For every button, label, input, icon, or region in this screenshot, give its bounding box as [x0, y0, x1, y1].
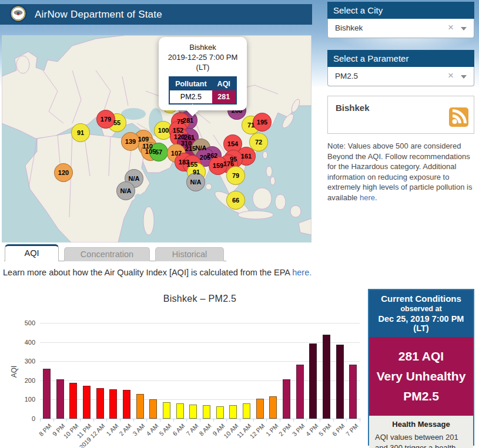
- chart-bar[interactable]: [336, 345, 344, 419]
- map-marker-label: 100: [158, 127, 169, 134]
- x-axis-tick: [306, 419, 307, 422]
- map-marker-label: 66: [232, 197, 239, 204]
- tab-historical[interactable]: Historical: [155, 247, 224, 261]
- cc-health-header: Health Message: [375, 420, 467, 429]
- chart-bar[interactable]: [296, 365, 304, 419]
- x-axis-tick: [320, 419, 320, 422]
- city-select-panel: Select a City Bishkek ×: [327, 2, 474, 38]
- map-marker-label: N/A: [129, 175, 140, 182]
- airnow-page: AirNow Department of State: [0, 0, 479, 448]
- chart-bar[interactable]: [349, 365, 357, 419]
- parameter-caret-icon[interactable]: [461, 75, 467, 79]
- map-marker-label: 120: [58, 169, 69, 176]
- rss-city-label: Bishkek: [336, 103, 370, 113]
- map-marker-label: 159: [213, 162, 223, 169]
- aqi-world-map[interactable]: 551799110010913911010557120N/AN/A2082817…: [2, 35, 311, 242]
- chart-bar[interactable]: [83, 386, 91, 419]
- map-marker-label: 176: [223, 160, 234, 167]
- chart-bar[interactable]: [283, 379, 290, 419]
- dos-seal-icon: [9, 5, 27, 25]
- chart-bar[interactable]: [43, 369, 51, 419]
- chart-bar[interactable]: [176, 403, 184, 419]
- chart-bar[interactable]: [136, 394, 144, 419]
- x-axis-tick: [360, 419, 360, 422]
- learn-more-here-link[interactable]: here.: [292, 268, 311, 277]
- chart-bar[interactable]: [109, 389, 117, 419]
- note-period: .: [375, 193, 377, 202]
- x-axis-tick: [53, 419, 54, 422]
- map-marker-label: 91: [193, 169, 200, 176]
- chart-bar[interactable]: [269, 396, 277, 419]
- city-select-value: Bishkek: [335, 23, 363, 32]
- popup-table: Pollutant AQI PM2.5 281: [169, 76, 237, 105]
- map-marker-label: 179: [101, 116, 111, 123]
- city-clear-icon[interactable]: ×: [448, 22, 454, 33]
- parameter-select-dropdown[interactable]: PM2.5 ×: [327, 67, 474, 86]
- parameter-select-panel: Select a Parameter PM2.5 ×: [327, 50, 474, 86]
- app-title: AirNow Department of State: [35, 9, 162, 21]
- x-axis-line: [40, 419, 361, 419]
- x-axis-tick: [106, 419, 107, 422]
- rss-icon[interactable]: [449, 107, 468, 129]
- chart-bar[interactable]: [149, 399, 157, 419]
- popup-city: Bishkek: [162, 42, 243, 52]
- note-here-link[interactable]: here: [360, 193, 375, 202]
- x-axis-tick: [333, 419, 334, 422]
- y-axis-tick-label: 200: [12, 377, 35, 384]
- x-axis-tick: [80, 419, 81, 422]
- chart-bar[interactable]: [163, 402, 170, 419]
- x-axis-tick: [133, 419, 134, 422]
- chart-bar[interactable]: [216, 406, 224, 419]
- chart-bar[interactable]: [96, 388, 104, 419]
- chart-bar[interactable]: [123, 390, 130, 419]
- current-conditions-header: Current Conditions observed at Dec 25, 2…: [369, 290, 473, 337]
- x-axis-tick: [173, 419, 174, 422]
- chart-bar[interactable]: [229, 405, 237, 419]
- map-marker-label: 72: [255, 139, 262, 146]
- popup-pollutant-value: PM2.5: [169, 90, 212, 104]
- parameter-clear-icon[interactable]: ×: [448, 70, 454, 82]
- x-axis-tick: [213, 419, 214, 422]
- x-axis-tick: [200, 419, 200, 422]
- x-axis-tick: [66, 419, 67, 422]
- map-marker-label: 55: [113, 119, 120, 126]
- tab-aqi[interactable]: AQI: [5, 244, 59, 261]
- y-axis-tick-label: 400: [12, 339, 35, 346]
- x-axis-tick: [160, 419, 160, 422]
- cc-datetime: Dec 25, 2019 7:00 PM (LT): [370, 314, 472, 333]
- map-marker-label: 107: [171, 150, 182, 157]
- x-axis-tick: [346, 419, 347, 422]
- chart-bar[interactable]: [189, 405, 197, 419]
- map-marker-label: 205: [200, 154, 210, 161]
- map-marker-label: N/A: [196, 144, 207, 151]
- parameter-panel-title: Select a Parameter: [327, 50, 474, 67]
- map-marker-label: 75: [177, 118, 184, 125]
- map-marker-label: 195: [257, 119, 267, 126]
- aqi-bar-chart: Bishkek – PM2.5 AQI 01002003004005008 PM…: [0, 287, 366, 448]
- city-select-dropdown[interactable]: Bishkek ×: [327, 19, 474, 38]
- chart-title: Bishkek – PM2.5: [35, 294, 364, 304]
- city-caret-icon[interactable]: [461, 27, 467, 31]
- popup-col-pollutant: Pollutant: [169, 77, 212, 90]
- map-marker-label: N/A: [190, 178, 202, 186]
- chart-bar[interactable]: [243, 403, 250, 419]
- chart-bar[interactable]: [323, 335, 330, 419]
- chart-bar[interactable]: [203, 405, 210, 419]
- chart-bar[interactable]: [69, 383, 77, 419]
- map-popup[interactable]: Bishkek 2019-12-25 7:00 PM (LT) Pollutan…: [159, 37, 247, 110]
- x-axis-tick: [40, 419, 41, 422]
- chart-bar[interactable]: [256, 399, 264, 419]
- x-axis-tick: [266, 419, 267, 422]
- cc-aqi-category: Very Unhealthy: [371, 366, 471, 386]
- chart-bar[interactable]: [309, 343, 317, 419]
- rss-feed-box: Bishkek: [327, 96, 474, 134]
- parameter-select-value: PM2.5: [335, 72, 358, 80]
- popup-col-aqi: AQI: [212, 77, 236, 90]
- popup-aqi-value: 281: [212, 90, 236, 104]
- map-marker-label: N/A: [120, 187, 132, 194]
- y-axis-tick-label: 100: [12, 396, 35, 403]
- map-marker-label: 161: [241, 153, 252, 160]
- chart-bar[interactable]: [56, 379, 64, 419]
- tab-concentration[interactable]: Concentration: [64, 247, 150, 261]
- map-marker-label: 215: [185, 145, 196, 152]
